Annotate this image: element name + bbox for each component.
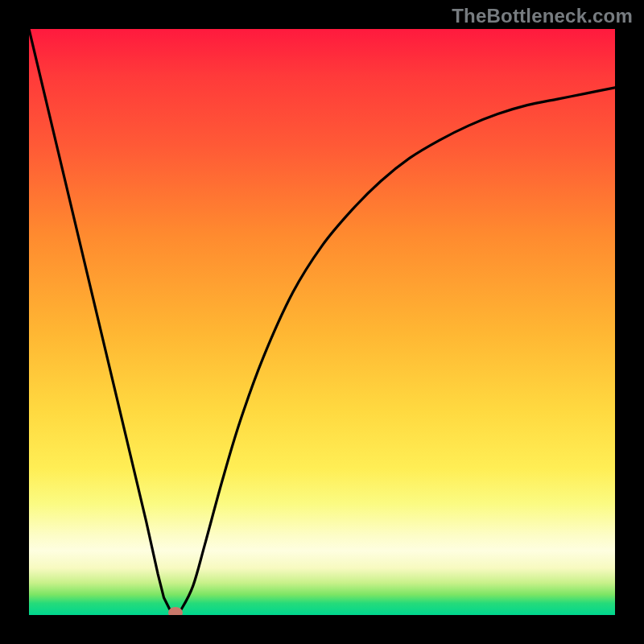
watermark-text: TheBottleneck.com <box>452 5 633 27</box>
bottleneck-curve <box>29 29 615 615</box>
chart-frame: TheBottleneck.com <box>0 0 644 644</box>
optimal-point-marker <box>168 607 183 615</box>
plot-area <box>29 29 615 615</box>
